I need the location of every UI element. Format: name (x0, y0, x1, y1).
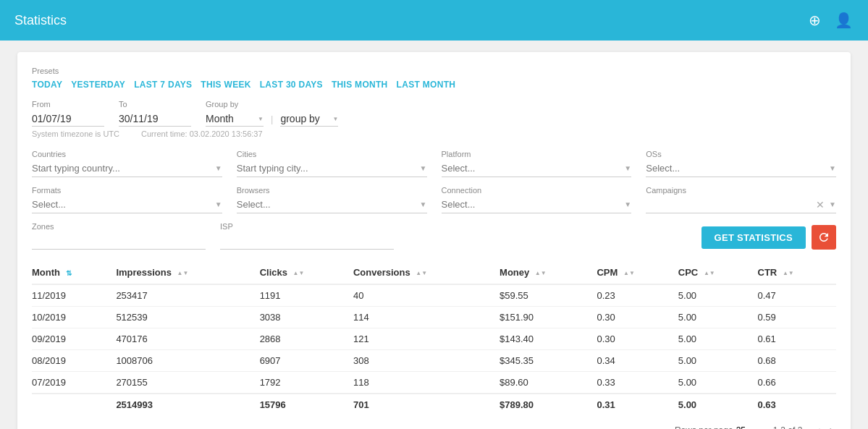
table-header-row: Month ⇅ Impressions ▲▼ Clicks ▲▼ Convers… (32, 261, 836, 284)
col-cpm[interactable]: CPM ▲▼ (597, 261, 678, 284)
campaigns-clear-icon[interactable]: ✕ (816, 199, 825, 211)
cell-conversions: 118 (353, 372, 500, 394)
platform-label: Platform (442, 150, 632, 158)
table-total-row: 2514993 15796 701 $789.80 0.31 5.00 0.63 (32, 394, 836, 415)
platform-filter: Platform ▼ (442, 150, 632, 177)
presets-row: TODAY YESTERDAY LAST 7 DAYS THIS WEEK LA… (32, 80, 836, 90)
preset-last7days[interactable]: LAST 7 DAYS (134, 80, 192, 90)
col-conversions[interactable]: Conversions ▲▼ (353, 261, 500, 284)
countries-input-wrap: ▼ (32, 161, 222, 177)
zones-label: Zones (32, 222, 206, 231)
countries-arrow-icon[interactable]: ▼ (215, 164, 222, 172)
cell-ctr: 0.68 (758, 350, 836, 372)
total-month (32, 394, 116, 415)
from-label: From (32, 100, 104, 109)
group-by-label: Group by (206, 100, 338, 109)
sort-cpc-icon: ▲▼ (704, 271, 715, 276)
isp-label: ISP (220, 222, 394, 231)
formats-input-wrap: ▼ (32, 197, 222, 213)
col-month[interactable]: Month ⇅ (32, 261, 116, 284)
isp-filter: ISP (220, 222, 394, 250)
cities-label: Cities (237, 150, 427, 158)
rows-per-page-label: Rows per page (675, 425, 733, 429)
cell-month: 08/2019 (32, 350, 116, 372)
connection-input[interactable] (442, 197, 622, 211)
preset-last30days[interactable]: LAST 30 DAYS (260, 80, 323, 90)
col-impressions[interactable]: Impressions ▲▼ (116, 261, 259, 284)
col-money[interactable]: Money ▲▼ (500, 261, 597, 284)
get-statistics-button[interactable]: GET STATISTICS (701, 226, 806, 249)
campaigns-arrow-icon[interactable]: ▼ (829, 200, 836, 208)
rows-per-page-select[interactable]: 25 50 100 (736, 425, 762, 430)
cell-impressions: 470176 (116, 328, 259, 350)
browsers-arrow-icon[interactable]: ▼ (420, 200, 427, 208)
cell-money: $345.35 (500, 350, 597, 372)
preset-this-week[interactable]: THIS WEEK (201, 80, 250, 90)
col-ctr[interactable]: CTR ▲▼ (758, 261, 836, 284)
add-icon[interactable]: ⊕ (804, 10, 825, 30)
platform-input[interactable] (442, 161, 622, 175)
oss-input[interactable] (646, 161, 826, 175)
platform-input-wrap: ▼ (442, 161, 632, 177)
group-by-select[interactable]: Month Day Week (206, 111, 264, 127)
header-icons: ⊕ 👤 (804, 10, 854, 30)
formats-input[interactable] (32, 197, 212, 211)
total-cpm: 0.31 (597, 394, 678, 415)
user-icon[interactable]: 👤 (833, 10, 854, 30)
formats-filter: Formats ▼ (32, 186, 222, 213)
cell-cpm: 0.34 (597, 350, 678, 372)
cities-filter: Cities ▼ (237, 150, 427, 177)
preset-today[interactable]: TODAY (32, 80, 62, 90)
isp-input[interactable] (220, 234, 394, 247)
refresh-button[interactable] (812, 225, 836, 250)
total-money: $789.80 (500, 394, 597, 415)
cell-cpm: 0.33 (597, 372, 678, 394)
group-by-row: Month Day Week | group by (206, 111, 338, 127)
platform-arrow-icon[interactable]: ▼ (624, 164, 631, 172)
campaigns-label: Campaigns (646, 186, 836, 195)
table-row: 08/2019 1008706 6907 308 $345.35 0.34 5.… (32, 350, 836, 372)
cities-arrow-icon[interactable]: ▼ (420, 164, 427, 172)
to-label: To (119, 100, 191, 109)
cell-cpm: 0.23 (597, 284, 678, 307)
cell-money: $59.55 (500, 284, 597, 307)
formats-label: Formats (32, 186, 222, 195)
connection-arrow-icon[interactable]: ▼ (624, 200, 631, 208)
statistics-card: Presets TODAY YESTERDAY LAST 7 DAYS THIS… (17, 52, 851, 429)
preset-this-month[interactable]: THIS MONTH (332, 80, 388, 90)
cell-impressions: 512539 (116, 307, 259, 328)
date-range-row: From To Group by Month Day Week (32, 100, 836, 127)
pagination-row: Rows per page 25 50 100 1-3 of 3 ‹ › (32, 424, 836, 429)
cell-cpm: 0.30 (597, 307, 678, 328)
cities-input[interactable] (237, 161, 417, 175)
table-row: 11/2019 253417 1191 40 $59.55 0.23 5.00 … (32, 284, 836, 307)
connection-input-wrap: ▼ (442, 197, 632, 213)
oss-input-wrap: ▼ (646, 161, 836, 177)
oss-arrow-icon[interactable]: ▼ (829, 164, 836, 172)
countries-input[interactable] (32, 161, 212, 175)
campaigns-input[interactable] (646, 197, 816, 211)
group-by-select-wrapper: Month Day Week (206, 111, 264, 127)
prev-page-button[interactable]: ‹ (814, 424, 823, 429)
next-page-button[interactable]: › (827, 424, 836, 429)
filters-grid: Countries ▼ Cities ▼ Platform ▼ (32, 150, 836, 213)
cell-clicks: 2868 (260, 328, 353, 350)
presets-label: Presets (32, 67, 836, 75)
sort-ctr-icon: ▲▼ (783, 271, 794, 276)
to-input[interactable] (119, 111, 191, 127)
zones-input[interactable] (32, 234, 206, 247)
preset-yesterday[interactable]: YESTERDAY (71, 80, 125, 90)
browsers-input[interactable] (237, 197, 417, 211)
formats-arrow-icon[interactable]: ▼ (215, 200, 222, 208)
col-cpc[interactable]: CPC ▲▼ (678, 261, 758, 284)
page-nav: ‹ › (814, 424, 836, 429)
total-clicks: 15796 (260, 394, 353, 415)
preset-last-month[interactable]: LAST MONTH (397, 80, 456, 90)
cell-cpc: 5.00 (678, 307, 758, 328)
cell-month: 07/2019 (32, 372, 116, 394)
total-ctr: 0.63 (758, 394, 836, 415)
from-input[interactable] (32, 111, 104, 127)
group-by-extra-select[interactable]: group by (280, 111, 338, 127)
cell-impressions: 270155 (116, 372, 259, 394)
col-clicks[interactable]: Clicks ▲▼ (260, 261, 353, 284)
